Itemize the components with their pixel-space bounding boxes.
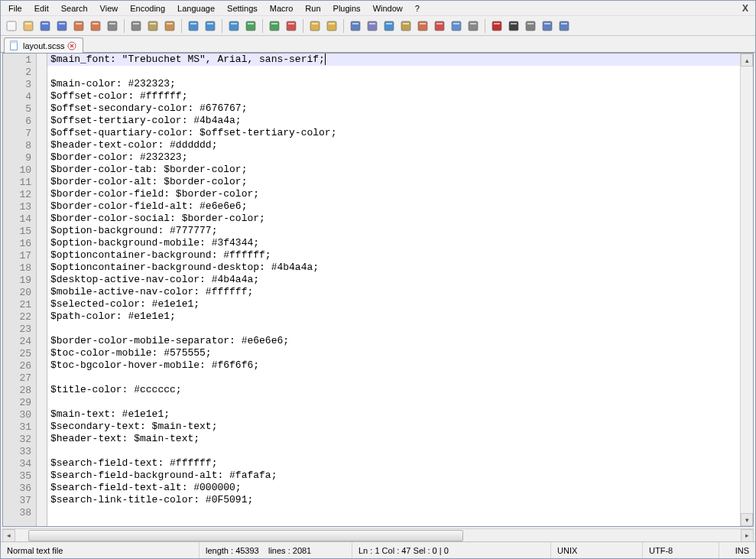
menu-run[interactable]: Run [299, 2, 326, 15]
play-macro-icon[interactable] [523, 18, 538, 34]
all-chars-icon[interactable] [365, 18, 380, 34]
menu-settings[interactable]: Settings [221, 2, 264, 15]
menu-view[interactable]: View [94, 2, 125, 15]
menu-encoding[interactable]: Encoding [124, 2, 171, 15]
svg-rect-60 [560, 21, 569, 31]
code-line[interactable]: $path-color: #e1e1e1; [47, 310, 740, 323]
code-line[interactable] [47, 396, 740, 408]
print-icon[interactable] [105, 18, 120, 34]
code-line[interactable]: $border-color-field-alt: #e6e6e6; [47, 200, 740, 213]
open-file-icon[interactable] [21, 18, 36, 34]
code-line[interactable]: $main-color: #232323; [47, 78, 740, 90]
code-line[interactable]: $title-color: #cccccc; [47, 384, 740, 396]
code-line[interactable]: $option-background: #777777; [47, 225, 740, 237]
window-close-button[interactable]: X [737, 3, 754, 14]
code-line[interactable]: $offset-quartiary-color: $offset-tertiar… [47, 127, 740, 139]
svg-rect-48 [452, 21, 461, 31]
close-file-icon[interactable] [71, 18, 86, 34]
code-line[interactable]: $search-field-text: #ffffff; [47, 457, 740, 470]
code-line[interactable]: $border-color-mobile-separator: #e6e6e6; [47, 335, 740, 347]
folder-workspace-icon[interactable] [449, 18, 464, 34]
stop-macro-icon[interactable] [506, 18, 521, 34]
scroll-right-icon[interactable]: ▸ [741, 529, 754, 542]
menu-file[interactable]: File [2, 2, 28, 15]
code-line[interactable] [47, 323, 740, 335]
hscroll-track[interactable] [15, 530, 741, 541]
svg-rect-63 [11, 41, 18, 43]
code-line[interactable]: $option-background-mobile: #3f4344; [47, 237, 740, 249]
menu-macro[interactable]: Macro [264, 2, 300, 15]
scroll-up-icon[interactable]: ▴ [741, 54, 753, 67]
save-icon[interactable] [37, 18, 53, 34]
menu-language[interactable]: Language [171, 2, 221, 15]
code-line[interactable]: $search-field-background-alt: #fafafa; [47, 470, 740, 482]
replace-icon[interactable] [243, 18, 258, 34]
vertical-scrollbar[interactable]: ▴ ▾ [740, 54, 753, 526]
code-line[interactable]: $optioncontainer-background: #ffffff; [47, 249, 740, 262]
code-line[interactable] [47, 372, 740, 384]
indent-guide-icon[interactable] [381, 18, 397, 34]
hscroll-thumb[interactable] [28, 530, 463, 541]
wordwrap-icon[interactable] [348, 18, 363, 34]
code-line[interactable]: $selected-color: #e1e1e1; [47, 298, 740, 310]
svg-rect-61 [561, 23, 567, 24]
code-line[interactable]: $offset-tertiary-color: #4b4a4a; [47, 115, 740, 127]
code-line[interactable]: $border-color-social: $border-color; [47, 213, 740, 225]
menu-plugins[interactable]: Plugins [327, 2, 367, 15]
menu-help[interactable]: ? [409, 2, 426, 15]
code-line[interactable]: $header-text: $main-text; [47, 433, 740, 445]
code-line[interactable] [47, 445, 740, 457]
status-length: length : 45393 lines : 2081 [200, 542, 352, 558]
sync-h-icon[interactable] [324, 18, 339, 34]
code-line[interactable]: $offset-secondary-color: #676767; [47, 102, 740, 115]
code-line[interactable]: $border-color: #232323; [47, 151, 740, 164]
code-line[interactable]: $toc-bgcolor-hover-mobile: #f6f6f6; [47, 359, 740, 372]
code-line[interactable]: $border-color-tab: $border-color; [47, 164, 740, 176]
save-macro-icon[interactable] [556, 18, 572, 34]
func-list-icon[interactable] [432, 18, 447, 34]
code-editor[interactable]: $main_font: "Trebuchet MS", Arial, sans-… [47, 54, 740, 526]
cut-icon[interactable] [128, 18, 144, 34]
code-line[interactable]: $optioncontainer-background-desktop: #4b… [47, 262, 740, 274]
svg-rect-4 [41, 21, 50, 31]
code-line[interactable]: $border-color-alt: $border-color; [47, 176, 740, 188]
scroll-left-icon[interactable]: ◂ [2, 529, 15, 542]
close-all-icon[interactable] [88, 18, 103, 34]
code-line[interactable]: $desktop-active-nav-color: #4b4a4a; [47, 274, 740, 286]
zoom-out-icon[interactable] [284, 18, 299, 34]
file-tab[interactable]: layout.scss [4, 37, 83, 53]
copy-icon[interactable] [145, 18, 161, 34]
menu-edit[interactable]: Edit [28, 2, 55, 15]
menu-window[interactable]: Window [367, 2, 409, 15]
code-line[interactable]: $search-field-text-alt: #000000; [47, 482, 740, 494]
play-multi-icon[interactable] [540, 18, 555, 34]
undo-icon[interactable] [186, 18, 201, 34]
zoom-in-icon[interactable] [267, 18, 282, 34]
monitoring-icon[interactable] [466, 18, 481, 34]
sync-v-icon[interactable] [307, 18, 323, 34]
code-line[interactable]: $search-link-title-color: #0F5091; [47, 494, 740, 506]
code-line[interactable]: $secondary-text: $main-text; [47, 421, 740, 433]
doc-map-icon[interactable] [415, 18, 430, 34]
scroll-down-icon[interactable]: ▾ [741, 513, 753, 526]
redo-icon[interactable] [203, 18, 218, 34]
code-line[interactable]: $offset-color: #ffffff; [47, 90, 740, 102]
code-line[interactable]: $main-text: #e1e1e1; [47, 408, 740, 421]
code-line[interactable]: $mobile-active-nav-color: #ffffff; [47, 286, 740, 298]
code-line[interactable]: $header-text-color: #dddddd; [47, 139, 740, 151]
menu-search[interactable]: Search [55, 2, 94, 15]
code-line[interactable]: $main_font: "Trebuchet MS", Arial, sans-… [47, 54, 740, 66]
record-macro-icon[interactable] [489, 18, 505, 34]
code-line[interactable] [47, 506, 740, 518]
lang-udl-icon[interactable] [398, 18, 414, 34]
code-line[interactable]: $toc-color-mobile: #575555; [47, 347, 740, 359]
tab-close-icon[interactable] [67, 41, 76, 50]
code-line[interactable]: $border-color-field: $border-color; [47, 188, 740, 200]
save-all-icon[interactable] [54, 18, 70, 34]
find-icon[interactable] [226, 18, 242, 34]
code-line[interactable] [47, 66, 740, 78]
new-file-icon[interactable] [4, 18, 19, 34]
horizontal-scrollbar[interactable]: ◂ ▸ [2, 528, 754, 541]
toolbar-separator [181, 19, 182, 33]
paste-icon[interactable] [162, 18, 177, 34]
